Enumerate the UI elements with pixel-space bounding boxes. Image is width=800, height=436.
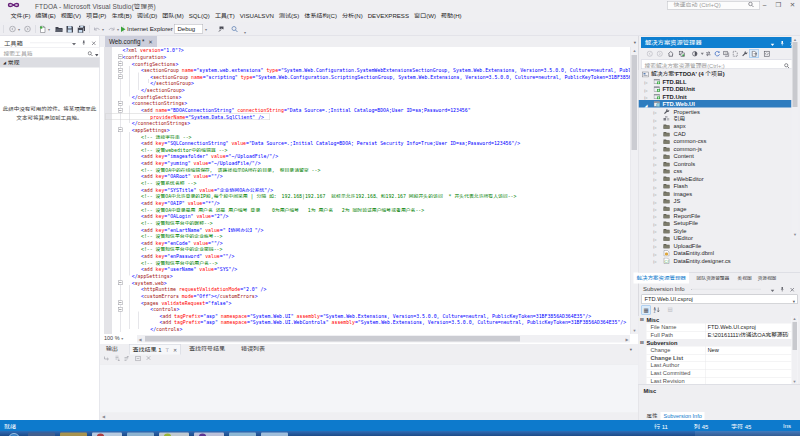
scrollbar-thumb[interactable]: [793, 42, 798, 107]
right-tab-2[interactable]: Subversion Info: [661, 412, 705, 420]
tree-item-Flash[interactable]: ▷Flash: [639, 182, 792, 190]
tree-item-FTD.Unit[interactable]: ▷FTD.Unit: [639, 92, 792, 100]
fold-collapse-icon[interactable]: [118, 101, 123, 106]
scroll-up-icon[interactable]: ▲: [793, 37, 797, 42]
fold-collapse-icon[interactable]: [118, 307, 123, 312]
taskbar-running-app-purple[interactable]: [194, 433, 224, 436]
se-tab-4[interactable]: 资源视图: [756, 273, 779, 284]
menu-DEVEXPRESS[interactable]: DEVEXPRESS: [365, 10, 411, 22]
sort-alphabetical-icon[interactable]: AZ: [654, 307, 661, 316]
scroll-left-icon[interactable]: ◀: [102, 415, 105, 420]
toolbox-section-general[interactable]: ◢ 常规: [0, 58, 100, 68]
menu-帮助H[interactable]: 帮助(H): [438, 10, 464, 22]
right-tab-1[interactable]: 属性: [644, 412, 661, 420]
bottom-panel-scrollbar[interactable]: ◀: [100, 413, 638, 421]
tree-item-FTD.BLL[interactable]: ▷FTD.BLL: [639, 77, 792, 85]
subversion-info-title[interactable]: Subversion Info: [641, 284, 798, 294]
bottom-tab-3[interactable]: 查找符号结果: [186, 344, 228, 355]
taskbar-running-app-blue2[interactable]: [229, 433, 256, 436]
grid-row-Last-Revision[interactable]: Last Revision: [639, 377, 792, 384]
scroll-right-icon[interactable]: ▶: [625, 337, 628, 342]
menu-VISUALSVN[interactable]: VISUALSVN: [237, 10, 276, 22]
editor-horizontal-scrollbar[interactable]: ◀ ▶: [137, 335, 630, 343]
categorize-icon[interactable]: ▦: [642, 306, 651, 315]
fold-collapse-icon[interactable]: [118, 128, 123, 133]
taskbar-running-app-blue3[interactable]: [261, 433, 288, 436]
grid-category-Subversion[interactable]: ⊟Subversion: [639, 339, 792, 347]
goto-prev-result-icon[interactable]: [123, 356, 129, 363]
tree-item-JS[interactable]: ▷JS: [639, 197, 792, 205]
menu-编辑E[interactable]: 编辑(E): [33, 10, 58, 22]
find-results-content[interactable]: [100, 365, 638, 413]
find-in-files-icon[interactable]: [218, 24, 225, 34]
properties-icon[interactable]: [741, 50, 749, 58]
fold-collapse-icon[interactable]: [118, 61, 123, 66]
bottom-tab-2[interactable]: 查找结果 1⊤✕: [129, 344, 181, 355]
redo-dropdown[interactable]: ▾: [117, 24, 119, 34]
back-icon[interactable]: [646, 50, 654, 58]
menu-项目P[interactable]: 项目(P): [84, 10, 109, 22]
grid-row-Last-Author[interactable]: Last Author: [639, 362, 792, 370]
menu-分析N[interactable]: 分析(N): [340, 10, 366, 22]
refresh-icon[interactable]: [713, 50, 721, 58]
fold-collapse-icon[interactable]: [118, 108, 123, 113]
open-file-icon[interactable]: [55, 24, 63, 34]
undo-dropdown[interactable]: ▾: [102, 24, 104, 34]
fold-collapse-icon[interactable]: [118, 55, 123, 60]
se-tab-1[interactable]: 解决方案资源管理器: [634, 273, 690, 284]
start-debug-icon[interactable]: [120, 24, 126, 34]
home-icon[interactable]: [667, 50, 675, 58]
menu-工具T[interactable]: 工具(T): [212, 10, 237, 22]
tree-item-common-css[interactable]: ▷common-css: [639, 137, 792, 145]
tab-close-icon[interactable]: ✕: [148, 39, 153, 45]
fold-collapse-icon[interactable]: [118, 300, 123, 305]
navigate-forward-icon[interactable]: [24, 24, 31, 34]
preview-selected-items-icon[interactable]: [750, 49, 759, 58]
tree-item-FTD.Web.UI[interactable]: ◢FTD.Web.UI: [639, 100, 792, 108]
scroll-up-icon[interactable]: ▲: [793, 317, 797, 322]
tree-item-page[interactable]: ▷page: [639, 204, 792, 212]
fold-collapse-icon[interactable]: [118, 75, 123, 80]
fold-collapse-icon[interactable]: [118, 68, 123, 73]
tree-item-Properties[interactable]: ▷Properties: [639, 107, 792, 115]
grid-row-Last-Committed[interactable]: Last Committed: [639, 369, 792, 377]
tab-overflow-icon[interactable]: ▾: [634, 40, 636, 45]
svn-close-icon[interactable]: [790, 285, 795, 295]
tree-item-eWebEditor[interactable]: ▷eWebEditor: [639, 174, 792, 182]
tree-item-Content[interactable]: ▷Content: [639, 152, 792, 160]
tree-item-aspx[interactable]: ▷aspx: [639, 122, 792, 130]
panel-overflow-icon[interactable]: ▾: [630, 347, 632, 352]
debug-target-dropdown[interactable]: ▾: [167, 24, 169, 34]
expander-collapsed-icon[interactable]: ▷: [654, 258, 657, 266]
switch-views-icon[interactable]: [678, 50, 686, 58]
tree-item-UploadFile[interactable]: ▷UploadFile: [639, 242, 792, 250]
zoom-level-combo[interactable]: 100 % ▾: [104, 335, 123, 341]
debug-target-label[interactable]: Internet Explorer: [127, 24, 173, 34]
tree-item-css[interactable]: ▷css: [639, 167, 792, 175]
grid-row-Change[interactable]: ChangeNew: [639, 346, 792, 354]
tree-item--FTDOA-4-[interactable]: 解决方案'FTDOA' (4 个项目): [639, 70, 792, 78]
new-file-icon[interactable]: [39, 24, 46, 34]
solution-config-combo[interactable]: Debug: [174, 24, 203, 34]
collapse-all-icon[interactable]: [722, 50, 730, 58]
menu-视图V[interactable]: 视图(V): [58, 10, 83, 22]
scrollbar-thumb[interactable]: [793, 322, 798, 350]
menu-调试D[interactable]: 调试(D): [134, 10, 160, 22]
grid-scrollbar[interactable]: ▲▼: [792, 316, 798, 384]
quick-launch-input[interactable]: 快速启动 (Ctrl+Q): [667, 1, 760, 10]
taskbar-running-app-green[interactable]: [159, 433, 189, 436]
show-all-files-icon[interactable]: [731, 50, 739, 58]
menu-测试S[interactable]: 测试(S): [276, 10, 301, 22]
code-editor[interactable]: <?xml version="1.0"?><configuration><con…: [100, 47, 630, 334]
scroll-up-icon[interactable]: ▲: [633, 48, 637, 53]
navigate-back-dropdown[interactable]: ▾: [18, 24, 20, 34]
goto-location-icon[interactable]: [104, 356, 110, 363]
grid-category-Misc[interactable]: ⊟Misc: [639, 316, 792, 324]
scroll-down-icon[interactable]: ▼: [633, 329, 637, 334]
forward-icon[interactable]: [656, 50, 664, 58]
solution-config-dropdown[interactable]: ▾: [205, 24, 207, 34]
menu-文件F[interactable]: 文件(F): [8, 10, 33, 22]
pin-icon[interactable]: ⊤: [166, 348, 170, 353]
tree-item-Style[interactable]: ▷Style: [639, 227, 792, 235]
taskbar-running-app-red[interactable]: [92, 433, 122, 436]
